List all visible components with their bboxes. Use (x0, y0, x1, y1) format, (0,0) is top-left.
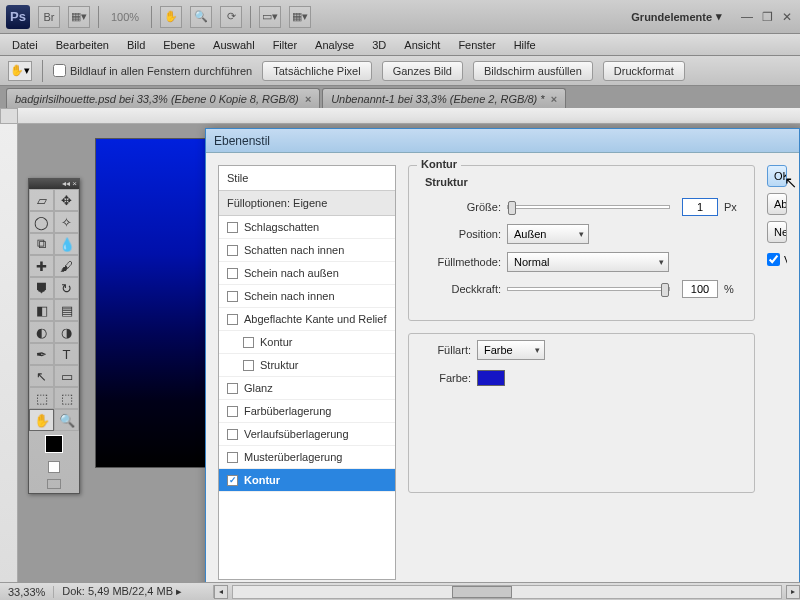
dialog-title[interactable]: Ebenenstil (206, 129, 799, 153)
marquee-tool-icon[interactable]: ✥ (54, 189, 79, 211)
style-item-7[interactable]: Glanz (219, 377, 395, 400)
checkbox-icon[interactable] (227, 245, 238, 256)
restore-icon[interactable]: ❐ (760, 10, 774, 24)
blend-options-item[interactable]: Fülloptionen: Eigene (219, 191, 395, 216)
blend-dropdown[interactable]: Normal (507, 252, 669, 272)
style-item-8[interactable]: Farbüberlagerung (219, 400, 395, 423)
history-brush-icon[interactable]: ↻ (54, 277, 79, 299)
menu-hilfe[interactable]: Hilfe (506, 36, 544, 54)
tool-indicator-hand-icon[interactable]: ✋▾ (8, 61, 32, 81)
menu-analyse[interactable]: Analyse (307, 36, 362, 54)
checkbox-icon[interactable] (227, 314, 238, 325)
menu-auswahl[interactable]: Auswahl (205, 36, 263, 54)
status-zoom[interactable]: 33,33% (0, 586, 54, 598)
dodge-tool-icon[interactable]: ◑ (54, 321, 79, 343)
menu-ebene[interactable]: Ebene (155, 36, 203, 54)
style-item-2[interactable]: Schein nach außen (219, 262, 395, 285)
heal-tool-icon[interactable]: ✚ (29, 255, 54, 277)
checkbox-icon[interactable] (227, 268, 238, 279)
filltype-dropdown[interactable]: Farbe (477, 340, 545, 360)
fit-screen-button[interactable]: Ganzes Bild (382, 61, 463, 81)
type-tool-icon[interactable]: T (54, 343, 79, 365)
view-mode-icon[interactable]: ▦▾ (68, 6, 90, 28)
pen-tool-icon[interactable]: ✒ (29, 343, 54, 365)
styles-header[interactable]: Stile (219, 166, 395, 191)
position-dropdown[interactable]: Außen (507, 224, 589, 244)
size-slider[interactable] (507, 205, 670, 209)
color-swatches[interactable] (29, 431, 79, 493)
hand-icon[interactable]: ✋ (160, 6, 182, 28)
style-item-1[interactable]: Schatten nach innen (219, 239, 395, 262)
lasso-tool-icon[interactable]: ◯ (29, 211, 54, 233)
opacity-input[interactable] (682, 280, 718, 298)
actual-pixels-button[interactable]: Tatsächliche Pixel (262, 61, 371, 81)
path-tool-icon[interactable]: ↖ (29, 365, 54, 387)
blur-tool-icon[interactable]: ◐ (29, 321, 54, 343)
horizontal-scrollbar[interactable] (232, 585, 782, 599)
checkbox-icon[interactable] (227, 452, 238, 463)
menu-fenster[interactable]: Fenster (450, 36, 503, 54)
zoom-tool-icon[interactable]: 🔍 (54, 409, 79, 431)
minimize-icon[interactable]: — (740, 10, 754, 24)
gradient-tool-icon[interactable]: ▤ (54, 299, 79, 321)
wand-tool-icon[interactable]: ✧ (54, 211, 79, 233)
checkbox-icon[interactable]: ✓ (227, 475, 238, 486)
style-item-4[interactable]: Abgeflachte Kante und Relief (219, 308, 395, 331)
crop-tool-icon[interactable]: ⧉ (29, 233, 54, 255)
workspace-switcher[interactable]: Grundelemente ▾ (631, 10, 722, 23)
size-input[interactable] (682, 198, 718, 216)
new-style-button[interactable]: Neuer Stil... (767, 221, 787, 243)
checkbox-icon[interactable] (227, 222, 238, 233)
ok-button[interactable]: OK (767, 165, 787, 187)
hand-tool-icon[interactable]: ✋ (29, 409, 54, 431)
style-item-9[interactable]: Verlaufsüberlagerung (219, 423, 395, 446)
menu-filter[interactable]: Filter (265, 36, 305, 54)
brush-tool-icon[interactable]: 🖌 (54, 255, 79, 277)
style-item-5[interactable]: Kontur (219, 331, 395, 354)
menu-3d[interactable]: 3D (364, 36, 394, 54)
menu-datei[interactable]: Datei (4, 36, 46, 54)
document-tab-2[interactable]: Unbenannt-1 bei 33,3% (Ebene 2, RGB/8) *… (322, 88, 566, 108)
bridge-icon[interactable]: Br (38, 6, 60, 28)
checkbox-icon[interactable] (227, 429, 238, 440)
eyedropper-tool-icon[interactable]: 💧 (54, 233, 79, 255)
print-size-button[interactable]: Druckformat (603, 61, 685, 81)
style-item-6[interactable]: Struktur (219, 354, 395, 377)
checkbox-icon[interactable] (227, 406, 238, 417)
close-icon[interactable]: ✕ (780, 10, 794, 24)
ruler-vertical[interactable] (0, 124, 18, 582)
menu-bild[interactable]: Bild (119, 36, 153, 54)
status-docsize[interactable]: Dok: 5,49 MB/22,4 MB ▸ (54, 585, 214, 598)
preview-checkbox[interactable]: Vorschau (767, 253, 787, 266)
zoom-icon[interactable]: 🔍 (190, 6, 212, 28)
menu-bearbeiten[interactable]: Bearbeiten (48, 36, 117, 54)
checkbox-icon[interactable] (243, 337, 254, 348)
quickmask-icon[interactable] (48, 461, 60, 473)
foreground-swatch[interactable] (45, 435, 63, 453)
opacity-slider[interactable] (507, 287, 670, 291)
tools-panel[interactable]: ◂◂ × ▱ ✥ ◯ ✧ ⧉ 💧 ✚ 🖌 ⛊ ↻ ◧ ▤ ◐ ◑ ✒ T ↖ ▭… (28, 178, 80, 494)
3d-camera-icon[interactable]: ⬚ (54, 387, 79, 409)
scroll-all-checkbox[interactable]: Bildlauf in allen Fenstern durchführen (53, 64, 252, 77)
color-swatch[interactable] (477, 370, 505, 386)
screenmode-icon[interactable] (47, 479, 61, 489)
document-canvas[interactable] (95, 138, 210, 468)
style-item-11[interactable]: ✓Kontur (219, 469, 395, 492)
ruler-horizontal[interactable] (18, 108, 800, 124)
stamp-tool-icon[interactable]: ⛊ (29, 277, 54, 299)
checkbox-icon[interactable] (227, 383, 238, 394)
zoom-percent[interactable]: 100% (107, 11, 143, 23)
move-tool-icon[interactable]: ▱ (29, 189, 54, 211)
style-item-3[interactable]: Schein nach innen (219, 285, 395, 308)
scroll-left-icon[interactable]: ◂ (214, 585, 228, 599)
panel-grip[interactable]: ◂◂ × (29, 179, 79, 189)
3d-tool-icon[interactable]: ⬚ (29, 387, 54, 409)
scroll-right-icon[interactable]: ▸ (786, 585, 800, 599)
close-icon[interactable]: × (305, 93, 311, 105)
eraser-tool-icon[interactable]: ◧ (29, 299, 54, 321)
checkbox-icon[interactable] (227, 291, 238, 302)
screen-mode-icon[interactable]: ▭▾ (259, 6, 281, 28)
ruler-origin[interactable] (0, 108, 18, 124)
checkbox-icon[interactable] (243, 360, 254, 371)
style-item-10[interactable]: Musterüberlagerung (219, 446, 395, 469)
